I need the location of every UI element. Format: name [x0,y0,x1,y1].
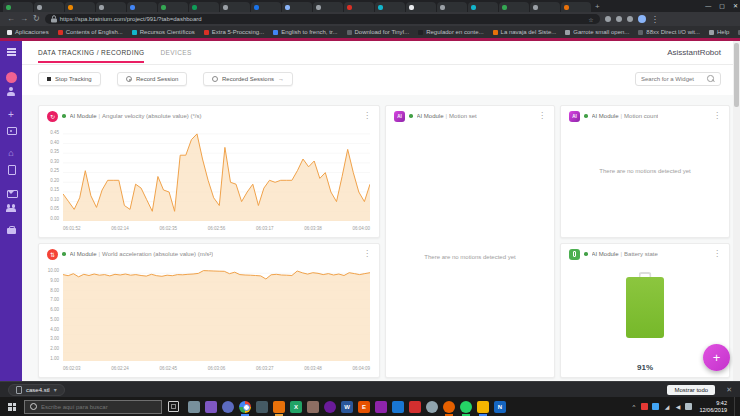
browser-tab[interactable] [282,2,312,12]
browser-tab[interactable] [127,2,157,12]
volume-icon[interactable]: ◀ [674,403,681,410]
bookmark-item[interactable]: Help [709,29,729,35]
scrollbar-thumb[interactable] [734,43,739,107]
taskbar-icon-chrome[interactable] [239,401,251,413]
chevron-down-icon[interactable]: ▾ [54,386,57,393]
kebab-menu-icon[interactable]: ⋮ [363,249,371,259]
page-scrollbar[interactable] [733,41,740,381]
show-all-downloads-button[interactable]: Mostrar todo [667,385,715,395]
browser-tab[interactable] [3,2,33,12]
bookmark-item[interactable]: Recursos Científicos [132,29,195,35]
sidebar-item-video[interactable] [0,125,22,137]
taskbar-search-input[interactable] [41,404,156,410]
browser-tab[interactable] [96,2,126,12]
chevron-up-icon[interactable]: ^ [630,403,637,410]
browser-tab[interactable] [34,2,64,12]
browser-tab[interactable] [375,2,405,12]
task-view-button[interactable] [168,401,179,412]
taskbar-icon-paint[interactable] [477,401,489,413]
sidebar-item-mail[interactable] [0,187,22,199]
forward-button[interactable]: → [20,12,28,26]
kebab-menu-icon[interactable]: ⋮ [713,249,721,259]
bookmark-item[interactable]: La navaja del Siste... [493,29,557,35]
browser-tab[interactable] [437,2,467,12]
tab-data-tracking-recording[interactable]: DATA TRACKING / RECORDING [38,49,144,63]
widget-search-input[interactable] [641,76,704,82]
browser-tab[interactable] [189,2,219,12]
browser-tab[interactable] [158,2,188,12]
reload-button[interactable]: ↻ [33,12,40,26]
taskbar-icon-whatsapp[interactable] [460,401,472,413]
bookmark-item[interactable]: 88xx Direct I/O wit... [638,29,700,35]
recorded-sessions-button[interactable]: Recorded Sessions → [203,72,293,86]
profile-avatar[interactable] [638,15,646,23]
minimize-button[interactable]: — [705,3,711,9]
sidebar-item-person[interactable] [0,87,22,99]
browser-tab[interactable] [251,2,281,12]
sidebar-item-briefcase[interactable] [0,225,22,237]
taskbar-icon-word[interactable]: W [341,401,353,413]
bookmark-item[interactable]: Aplicaciones [7,29,49,35]
bookmark-item[interactable]: Contents of English... [58,29,123,35]
show-desktop-button[interactable] [734,397,737,416]
browser-tab[interactable] [499,2,529,12]
kebab-menu-icon[interactable]: ⋮ [363,111,371,121]
taskbar-icon-media-player[interactable] [205,401,217,413]
defender-icon[interactable] [641,403,648,410]
sidebar-item-group[interactable] [0,202,22,214]
taskbar-icon-steam[interactable] [426,401,438,413]
taskbar-icon-app-purple[interactable] [375,401,387,413]
cloud-icon[interactable] [652,403,659,410]
omnibox[interactable]: https://spa.brainium.com/project/991/?ta… [45,14,600,24]
sidebar-item-home[interactable] [0,149,22,161]
sidebar-item-add[interactable] [0,110,22,122]
taskbar-icon-pin[interactable] [409,401,421,413]
browser-menu-icon[interactable]: ⋮ [651,15,659,24]
bookmark-item[interactable]: Regulador en conte... [418,29,483,35]
bookmark-star-icon[interactable]: ☆ [588,16,593,23]
taskbar-icon-firefox[interactable] [443,401,455,413]
taskbar-clock[interactable]: 9:42 12/06/2019 [699,400,727,414]
taskbar-icon-terminal[interactable] [256,401,268,413]
stop-tracking-button[interactable]: Stop Tracking [38,72,101,86]
close-button[interactable]: ✕ [733,2,738,9]
taskbar-icon-media-circle[interactable] [324,401,336,413]
taskbar-icon-notepad[interactable]: N [494,401,506,413]
bookmark-item[interactable]: Extra 5-Proccsing... [204,29,264,35]
extension-icon[interactable] [605,16,611,22]
kebab-menu-icon[interactable]: ⋮ [713,111,721,121]
bookmark-item[interactable]: Download for TinyI... [347,29,410,35]
back-button[interactable]: ← [7,12,15,26]
taskbar-icon-orange-file[interactable] [273,401,285,413]
browser-tab[interactable] [313,2,343,12]
wifi-icon[interactable]: ◢ [663,403,670,410]
taskbar-icon-gimp[interactable] [307,401,319,413]
extension-icon[interactable] [627,16,633,22]
taskbar-icon-excel[interactable]: X [290,401,302,413]
taskbar-icon-app-blue[interactable] [392,401,404,413]
kebab-menu-icon[interactable]: ⋮ [538,111,546,121]
tab-devices[interactable]: DEVICES [160,49,191,63]
browser-tab[interactable] [530,2,560,12]
taskbar-icon-email[interactable]: E [358,401,370,413]
taskbar-icon-sphere-app[interactable] [222,401,234,413]
new-tab-button[interactable]: + [595,2,600,12]
close-downloads-bar-icon[interactable]: ✕ [726,386,732,394]
download-item[interactable]: case4.stl ▾ [8,384,65,396]
taskbar-icon-capture[interactable] [188,401,200,413]
sidebar-item-menu[interactable] [0,46,22,58]
browser-tab[interactable] [344,2,374,12]
sidebar-item-avatar[interactable] [0,72,22,84]
sidebar-item-document[interactable] [0,164,22,176]
browser-tab[interactable] [561,2,591,12]
browser-tab[interactable] [406,2,436,12]
browser-tab[interactable] [65,2,95,12]
add-widget-fab[interactable]: + [703,344,730,371]
bookmark-item[interactable]: Garrote small open... [565,29,629,35]
browser-tab[interactable] [220,2,250,12]
start-button[interactable] [0,397,24,416]
record-session-button[interactable]: Record Session [117,72,187,86]
browser-tab[interactable] [468,2,498,12]
extension-icon[interactable] [616,16,622,22]
bookmark-item[interactable]: English to french, tr... [273,29,337,35]
